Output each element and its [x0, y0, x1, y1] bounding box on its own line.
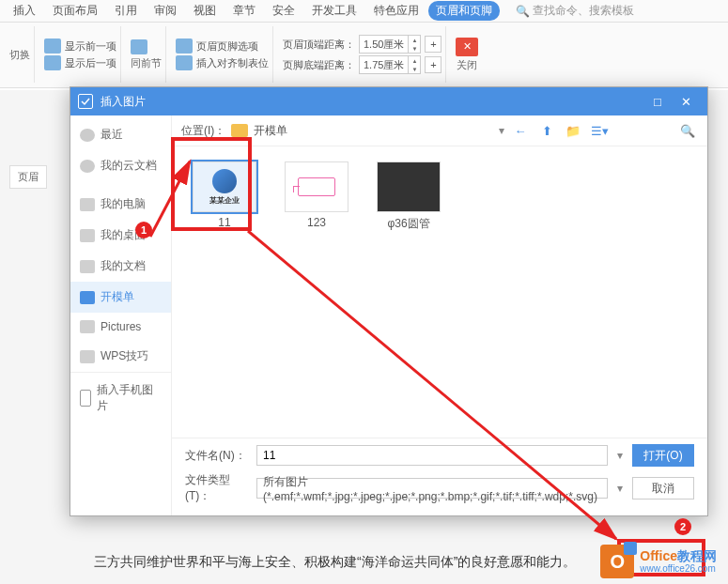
sidebar-item-computer[interactable]: 我的电脑	[70, 189, 171, 220]
file-item-123[interactable]: 123	[279, 161, 354, 229]
prev-icon	[44, 38, 61, 54]
sidebar-item-wpstips[interactable]: WPS技巧	[70, 341, 171, 372]
cancel-button[interactable]: 取消	[632, 477, 694, 499]
sidebar-item-documents[interactable]: 我的文档	[70, 251, 171, 282]
insert-align-tab-button[interactable]: 插入对齐制表位	[176, 55, 269, 70]
watermark-icon: O	[600, 545, 634, 578]
document-body-text: 三方共同维护世界和平与海上安全、积极构建“海洋命运共同体”的良好意愿和能力。	[94, 549, 662, 575]
location-bar: 位置(I)： 开模单 ▾ ← ⬆ 📁 ☰▾ 🔍	[172, 115, 707, 146]
show-prev-button[interactable]: 显示前一项	[44, 38, 116, 54]
filename-label: 文件名(N)：	[185, 448, 251, 464]
command-search[interactable]: 🔍 查找命令、搜索模板	[516, 3, 634, 19]
tab-insert[interactable]: 插入	[6, 1, 43, 21]
up-button[interactable]: ⬆	[536, 121, 557, 140]
dialog-sidebar: 最近 我的云文档 我的电脑 我的桌面 我的文档 开模单 Pictures WPS…	[70, 115, 172, 515]
search-placeholder: 查找命令、搜索模板	[533, 3, 634, 19]
folder-icon	[80, 350, 95, 363]
header-dist-spinbox[interactable]: 1.50厘米▲▼	[359, 35, 421, 54]
same-section-label: 同前节	[131, 56, 162, 70]
close-label: 关闭	[456, 58, 478, 72]
next-icon	[44, 55, 61, 70]
sidebar-item-recent[interactable]: 最近	[70, 119, 171, 150]
current-folder-name: 开模单	[254, 123, 287, 139]
tab-sections[interactable]: 章节	[225, 1, 263, 21]
tab-references[interactable]: 引用	[107, 1, 145, 21]
header-dist-label: 页眉顶端距离：	[283, 38, 355, 52]
dialog-footer: 文件名(N)： ▾ 打开(O) 文件类型(T)： 所有图片(*.emf;*.wm…	[172, 438, 707, 515]
header-region-tab[interactable]: 页眉	[9, 165, 47, 189]
tab-review[interactable]: 审阅	[147, 1, 184, 21]
new-folder-button[interactable]: 📁	[563, 121, 583, 140]
phone-icon	[80, 390, 91, 407]
desktop-icon	[80, 229, 95, 242]
sidebar-item-kaimodan[interactable]: 开模单	[70, 282, 171, 313]
folder-icon	[231, 124, 248, 137]
sidebar-item-cloud[interactable]: 我的云文档	[70, 150, 171, 181]
clock-icon	[80, 129, 95, 142]
filetype-select[interactable]: 所有图片(*.emf;*.wmf;*.jpg;*.jpeg;*.jpe;*.pn…	[256, 478, 608, 499]
dialog-titlebar: 插入图片 □ ✕	[70, 87, 707, 115]
header-footer-options-button[interactable]: 页眉页脚选项	[176, 38, 269, 54]
file-grid: 某某企业 11 123 φ36圆管	[172, 146, 707, 438]
file-item-phi36[interactable]: φ36圆管	[371, 161, 446, 232]
show-next-button[interactable]: 显示后一项	[44, 55, 116, 70]
open-button[interactable]: 打开(O)	[632, 444, 694, 467]
sidebar-item-desktop[interactable]: 我的桌面	[70, 220, 171, 251]
options-icon	[176, 38, 193, 54]
tab-security[interactable]: 安全	[265, 1, 302, 21]
computer-icon	[80, 198, 95, 211]
thumbnail-phi36	[377, 161, 441, 212]
tab-special[interactable]: 特色应用	[366, 1, 426, 21]
folder-icon	[80, 320, 95, 333]
location-label: 位置(I)：	[181, 123, 225, 139]
dialog-title: 插入图片	[101, 94, 643, 110]
tab-view[interactable]: 视图	[186, 1, 224, 21]
filetype-label: 文件类型(T)：	[185, 472, 251, 504]
app-logo-icon	[78, 94, 93, 109]
ribbon-tabs: 插入 页面布局 引用 审阅 视图 章节 安全 开发工具 特色应用 页眉和页脚 🔍…	[0, 0, 728, 23]
header-dist-plus[interactable]: +	[425, 36, 441, 53]
tab-page-layout[interactable]: 页面布局	[45, 1, 105, 21]
search-icon: 🔍	[516, 5, 530, 18]
footer-dist-spinbox[interactable]: 1.75厘米▲▼	[359, 55, 421, 74]
sidebar-item-pictures[interactable]: Pictures	[70, 313, 171, 341]
tab-icon	[176, 55, 193, 70]
footer-dist-label: 页脚底端距离：	[283, 58, 355, 72]
thumbnail-11: 某某企业	[193, 161, 256, 212]
tab-header-footer[interactable]: 页眉和页脚	[428, 1, 500, 21]
maximize-button[interactable]: □	[643, 95, 672, 109]
file-item-11[interactable]: 某某企业 11	[187, 161, 262, 229]
close-dialog-button[interactable]: ✕	[672, 95, 700, 109]
insert-phone-picture[interactable]: 插入手机图片	[70, 372, 171, 423]
insert-picture-dialog: 插入图片 □ ✕ 最近 我的云文档 我的电脑 我的桌面 我的文档 开模单 Pic…	[70, 86, 708, 516]
back-button[interactable]: ←	[510, 121, 531, 140]
switch-label: 切换	[9, 48, 30, 62]
folder-icon	[80, 291, 95, 304]
footer-dist-plus[interactable]: +	[425, 56, 441, 73]
link-icon	[131, 39, 147, 54]
thumbnail-123	[285, 161, 349, 212]
cloud-icon	[80, 160, 95, 173]
view-button[interactable]: ☰▾	[589, 121, 610, 140]
ribbon-toolbar: 切换 显示前一项 显示后一项 同前节 页眉页脚选项 插入对齐制表位 页眉顶端距离…	[0, 23, 728, 88]
documents-icon	[80, 260, 95, 273]
same-section-button[interactable]	[131, 39, 162, 54]
watermark: O Office教程网 www.office26.com	[600, 545, 717, 578]
close-header-footer-button[interactable]: ✕	[456, 38, 478, 56]
tab-dev-tools[interactable]: 开发工具	[304, 1, 364, 21]
filename-input[interactable]	[256, 445, 608, 466]
search-button[interactable]: 🔍	[677, 121, 698, 140]
